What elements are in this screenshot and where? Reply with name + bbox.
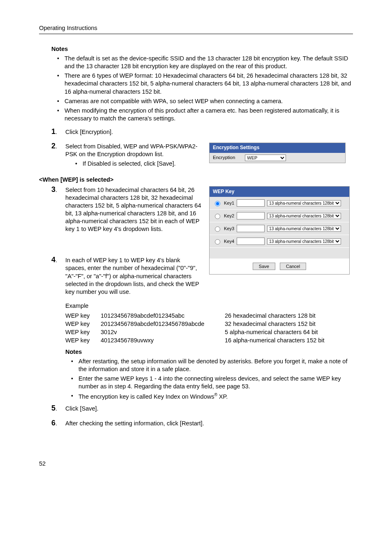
- panel-title: Encryption Settings: [210, 143, 345, 153]
- wep-key4-radio[interactable]: [215, 239, 220, 245]
- wep-key1-select[interactable]: 13 alpha-numeral characters 128bit: [267, 200, 341, 206]
- notes-list-top: The default is set as the device-specifi…: [55, 55, 353, 122]
- step-text: In each of WEP key 1 to WEP key 4's blan…: [65, 257, 199, 295]
- note-item: There are 6 types of WEP format: 10 Hexa…: [55, 72, 353, 95]
- table-row: WEP key3012v5 alpha-numerical characters…: [65, 328, 328, 336]
- wep-key3-select[interactable]: 13 alpha-numeral characters 128bit: [267, 226, 341, 232]
- page-number: 52: [39, 460, 353, 467]
- step-5: 5. Click [Save].: [51, 405, 353, 413]
- divider: [39, 34, 353, 34]
- panel-title: WEP Key: [210, 187, 349, 197]
- step-4: 4. In each of WEP key 1 to WEP key 4's b…: [51, 256, 353, 296]
- step-text: Select from Disabled, WEP and WPA-PSK/WP…: [65, 143, 198, 157]
- encryption-settings-panel: Encryption Settings Encryption WEP: [209, 143, 346, 163]
- notes-label-top: Notes: [51, 46, 353, 52]
- wep-key-label: Key4: [224, 238, 234, 245]
- step-1: 1. Click [Encryption].: [51, 128, 353, 136]
- note-item: The default is set as the device-specifi…: [55, 55, 353, 70]
- registered-mark: ®: [214, 392, 217, 397]
- wep-key3-input[interactable]: [237, 225, 265, 232]
- note-item: Cameras are not compatible with WPA, so …: [55, 97, 353, 105]
- wep-key2-select[interactable]: 13 alpha-numeral characters 128bit: [267, 213, 341, 219]
- encryption-label: Encryption: [213, 155, 235, 161]
- note-item: When modifying the encryption of this pr…: [55, 107, 353, 122]
- table-row: WEP key40123456789uvwxy16 alpha-numerica…: [65, 336, 328, 344]
- wep-key4-input[interactable]: [237, 238, 265, 245]
- wep-key4-select[interactable]: 13 alpha-numeral characters 128bit: [267, 238, 341, 245]
- step-text: Click [Encryption].: [65, 129, 113, 135]
- encryption-select[interactable]: WEP: [245, 155, 286, 161]
- notes-label-bottom: Notes: [65, 349, 353, 355]
- wep-key1-input[interactable]: [237, 199, 265, 207]
- when-wep-heading: <When [WEP] is selected>: [39, 176, 353, 183]
- wep-key-label: Key1: [224, 200, 234, 206]
- wep-key1-radio[interactable]: [215, 201, 220, 206]
- page-header: Operating Instructions: [39, 25, 353, 31]
- wep-key2-radio[interactable]: [215, 214, 220, 219]
- step-sub: If Disabled is selected, click [Save].: [74, 160, 202, 168]
- step-6: 6. After checking the setting informatio…: [51, 420, 353, 427]
- example-table: WEP key10123456789abcdef012345abc26 hexa…: [65, 312, 328, 344]
- wep-key-label: Key3: [224, 226, 234, 232]
- wep-key-label: Key2: [224, 213, 234, 219]
- note-item: Enter the same WEP keys 1 - 4 into the c…: [69, 375, 353, 390]
- step-text: Click [Save].: [65, 405, 99, 412]
- step-text: After checking the setting information, …: [65, 420, 204, 427]
- step-text: Select from 10 hexadecimal characters 64…: [65, 187, 201, 233]
- note-item: After restarting, the setup information …: [69, 358, 353, 373]
- table-row: WEP key20123456789abcdef0123456789abcde3…: [65, 320, 328, 328]
- step-2: 2. Select from Disabled, WEP and WPA-PSK…: [51, 143, 353, 169]
- wep-key3-radio[interactable]: [215, 226, 220, 232]
- table-row: WEP key10123456789abcdef012345abc26 hexa…: [65, 312, 328, 320]
- wep-key2-input[interactable]: [237, 212, 265, 219]
- note-item: The encryption key is called Key Index o…: [69, 392, 353, 401]
- example-label: Example: [65, 302, 353, 309]
